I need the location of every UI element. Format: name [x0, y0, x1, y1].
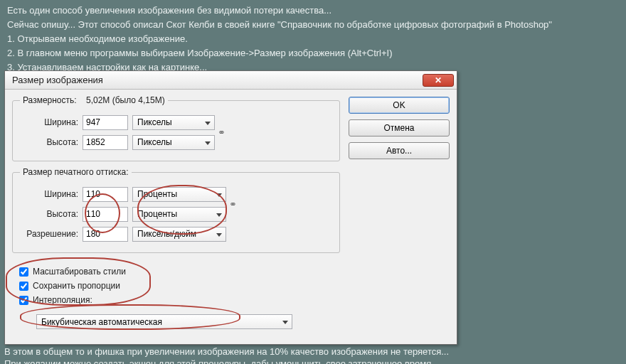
close-icon: ✕: [435, 75, 442, 85]
doc-width-label: Ширина:: [20, 189, 78, 199]
close-button[interactable]: ✕: [423, 74, 454, 87]
auto-button[interactable]: Авто...: [349, 142, 450, 159]
width-label: Ширина:: [20, 117, 78, 127]
resolution-unit-select[interactable]: Пикселы/дюйм: [132, 227, 226, 242]
pixel-width-unit-select[interactable]: Пикселы: [132, 115, 215, 130]
interpolation-method-select[interactable]: Бикубическая автоматическая: [36, 314, 292, 329]
image-size-dialog: Размер изображения ✕ Размерность: 5,02M …: [4, 70, 457, 345]
resolution-label: Разрешение:: [20, 229, 78, 239]
resample-input[interactable]: [19, 296, 28, 305]
article-outro: В этом в общем то и фишка при увеличении…: [4, 346, 622, 364]
dimension-label: Размерность:: [23, 95, 77, 105]
intro-line: Есть один способ увеличения изображения …: [7, 4, 619, 17]
resample-label: Интерполяция:: [33, 295, 92, 305]
scale-styles-input[interactable]: [19, 267, 28, 277]
outro-line: В этом в общем то и фишка при увеличении…: [4, 346, 449, 357]
doc-width-input[interactable]: [83, 187, 128, 202]
constrain-input[interactable]: [19, 282, 28, 291]
pixel-height-unit-select[interactable]: Пикселы: [132, 135, 215, 150]
pixel-width-input[interactable]: [83, 115, 128, 130]
resolution-input[interactable]: [83, 227, 128, 242]
constrain-label: Сохранить пропорции: [33, 281, 120, 291]
doc-height-unit-select[interactable]: Проценты: [132, 207, 226, 222]
link-icon: ⚭: [226, 186, 239, 222]
link-icon: ⚭: [215, 114, 228, 150]
dialog-title: Размер изображения: [12, 75, 423, 85]
intro-line: Сейчас опишу... Этот способ описал Скот …: [7, 18, 619, 31]
height-label: Высота:: [20, 137, 78, 147]
pixel-height-input[interactable]: [83, 135, 128, 150]
resample-checkbox[interactable]: Интерполяция:: [19, 293, 336, 307]
document-size-group: Размер печатного оттиска: Ширина: Процен…: [12, 167, 340, 253]
doc-height-input[interactable]: [83, 207, 128, 222]
dimension-value: 5,02M (было 4,15M): [86, 95, 165, 105]
scale-styles-checkbox[interactable]: Масштабировать стили: [19, 264, 336, 279]
pixel-dimensions-group: Размерность: 5,02M (было 4,15M) Ширина: …: [12, 95, 340, 161]
constrain-proportions-checkbox[interactable]: Сохранить пропорции: [19, 279, 336, 293]
intro-line: 1. Открываем необходимое изображение.: [7, 33, 619, 46]
scale-styles-label: Масштабировать стили: [33, 267, 126, 277]
outro-line: При желании можно создать экшен для этой…: [4, 358, 439, 364]
dialog-titlebar: Размер изображения ✕: [5, 71, 457, 90]
doc-width-unit-select[interactable]: Проценты: [132, 187, 226, 202]
article-intro: Есть один способ увеличения изображения …: [0, 0, 626, 78]
options-checks: Масштабировать стили Сохранить пропорции…: [12, 259, 340, 311]
ok-button[interactable]: OK: [349, 97, 450, 114]
doc-height-label: Высота:: [20, 209, 78, 219]
cancel-button[interactable]: Отмена: [349, 119, 450, 136]
intro-line: 2. В главном меню программы выбираем Изо…: [7, 47, 619, 60]
document-size-legend: Размер печатного оттиска:: [20, 167, 132, 177]
